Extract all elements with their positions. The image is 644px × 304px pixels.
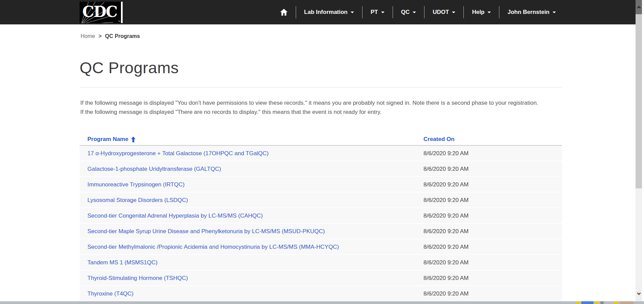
program-link[interactable]: Immunoreactive Trypsinogen (IRTQC) [87,181,185,188]
program-link[interactable]: Tandem MS 1 (MSMS1QC) [87,259,158,266]
title-divider [80,87,562,87]
nav-item-qc[interactable]: QC [393,0,424,24]
home-icon [280,9,288,16]
chevron-up-icon [637,6,641,9]
home-button[interactable] [272,0,296,24]
nav-user-menu[interactable]: John Bernstein [499,0,564,24]
created-on-value: 8/6/2020 9:20 AM [423,259,469,266]
program-link[interactable]: Thyroxine (T4QC) [87,290,133,297]
cdc-logo-bar [121,2,123,23]
chevron-down-icon [637,291,641,295]
cdc-logo-text: CDC [82,3,117,20]
nav-item-label: UDOT [433,9,449,16]
chevron-down-icon [351,12,354,13]
breadcrumb-current: QC Programs [105,33,140,39]
program-link[interactable]: Second-tier Methylmalonic /Propionic Aci… [87,244,339,250]
table-row: Immunoreactive Trypsinogen (IRTQC) 8/6/2… [80,177,562,192]
chevron-down-icon [553,12,556,13]
nav-item-label: Help [472,9,484,16]
qc-programs-table: Program Name Created On 17 α-Hydroxyprog… [80,133,562,302]
cdc-logo[interactable]: CDC ™ [80,2,123,23]
program-link[interactable]: Lysosomal Storage Disorders (LSDQC) [87,197,188,204]
table-row: Tandem MS 1 (MSMS1QC) 8/6/2020 9:20 AM [80,255,562,270]
nav-item-help[interactable]: Help [464,0,499,24]
column-header-created-on[interactable]: Created On [423,136,455,143]
column-header-program-name[interactable]: Program Name [87,136,136,143]
breadcrumb: Home>QC Programs [81,33,140,39]
nav-item-label: Lab Information [304,9,348,16]
table-row: Thyroxine (T4QC) 8/6/2020 9:20 AM [80,286,562,302]
table-row: Galactose-1-phosphate Uridyltransferase … [80,161,562,177]
program-link[interactable]: Thyroid-Stimulating Hormone (TSHQC) [87,275,188,282]
created-on-value: 8/6/2020 9:20 AM [423,244,469,250]
table-row: Second-tier Congenital Adrenal Hyperplas… [80,208,562,224]
table-row: Second-tier Maple Syrup Urine Disease an… [80,224,562,239]
nav-item-label: QC [401,9,410,16]
scrollbar-thumb[interactable] [636,14,642,188]
notice-line-2: If the following message is displayed "T… [80,108,554,117]
table-row: 17 α-Hydroxyprogesterone + Total Galacto… [80,146,562,161]
table-row: Second-tier Methylmalonic /Propionic Aci… [80,239,562,255]
program-link[interactable]: Second-tier Maple Syrup Urine Disease an… [87,228,325,235]
page-title: QC Programs [80,58,179,77]
chevron-down-icon [487,12,491,13]
chevron-down-icon [413,12,416,13]
created-on-value: 8/6/2020 9:20 AM [423,181,469,188]
created-on-value: 8/6/2020 9:20 AM [423,150,469,157]
created-on-value: 8/6/2020 9:20 AM [423,197,469,204]
created-on-value: 8/6/2020 9:20 AM [423,290,469,297]
created-on-value: 8/6/2020 9:20 AM [423,228,469,235]
program-link[interactable]: Second-tier Congenital Adrenal Hyperplas… [87,212,263,219]
notice-line-1: If the following message is displayed "Y… [80,99,554,108]
nav-item-pt[interactable]: PT [362,0,393,24]
column-header-label: Program Name [87,136,128,143]
scroll-down-button[interactable] [636,286,642,301]
background-window-sliver [0,301,644,304]
breadcrumb-separator: > [99,33,102,39]
program-link[interactable]: Galactose-1-phosphate Uridyltransferase … [87,166,221,173]
created-on-value: 8/6/2020 9:20 AM [423,275,469,282]
scroll-up-button[interactable] [636,0,642,14]
cdc-logo-trademark: ™ [118,20,120,23]
main-nav: Lab Information PT QC UDOT Help John Ber… [272,0,564,24]
created-on-value: 8/6/2020 9:20 AM [423,212,469,219]
nav-user-name: John Bernstein [507,9,549,16]
chevron-down-icon [452,12,455,13]
program-link[interactable]: 17 α-Hydroxyprogesterone + Total Galacto… [87,150,269,157]
breadcrumb-home-link[interactable]: Home [81,33,95,39]
chevron-down-icon [381,12,385,13]
permissions-notice: If the following message is displayed "Y… [80,99,554,117]
nav-item-udot[interactable]: UDOT [424,0,463,24]
top-navbar: CDC ™ Lab Information PT QC UDOT [0,0,644,24]
created-on-value: 8/6/2020 9:20 AM [423,166,469,173]
nav-item-lab-information[interactable]: Lab Information [296,0,362,24]
sort-ascending-icon [131,137,136,142]
nav-item-label: PT [371,9,378,16]
window-edge [642,0,644,304]
table-header-row: Program Name Created On [80,133,562,146]
table-row: Thyroid-Stimulating Hormone (TSHQC) 8/6/… [80,270,562,286]
table-row: Lysosomal Storage Disorders (LSDQC) 8/6/… [80,192,562,208]
